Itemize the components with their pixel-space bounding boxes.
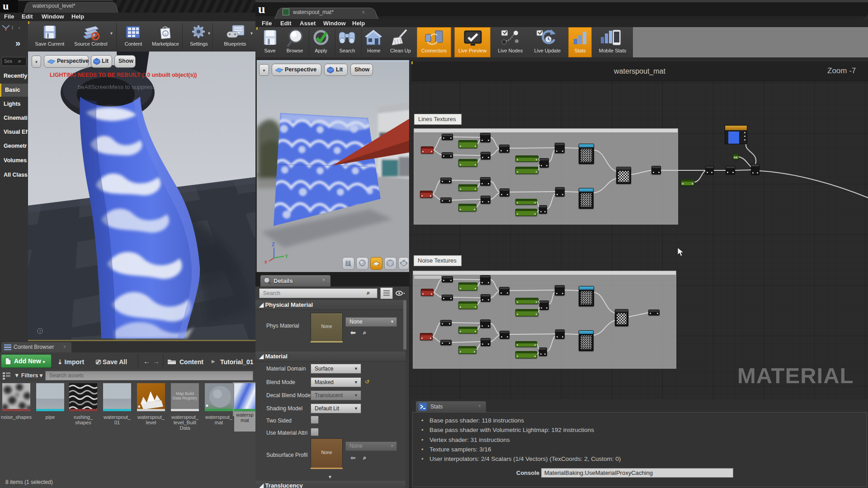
svg-text:Z: Z: [272, 242, 275, 247]
svg-text:x: x: [264, 259, 268, 264]
svg-text:u: u: [165, 32, 167, 36]
svg-text:Y: Y: [285, 253, 288, 259]
